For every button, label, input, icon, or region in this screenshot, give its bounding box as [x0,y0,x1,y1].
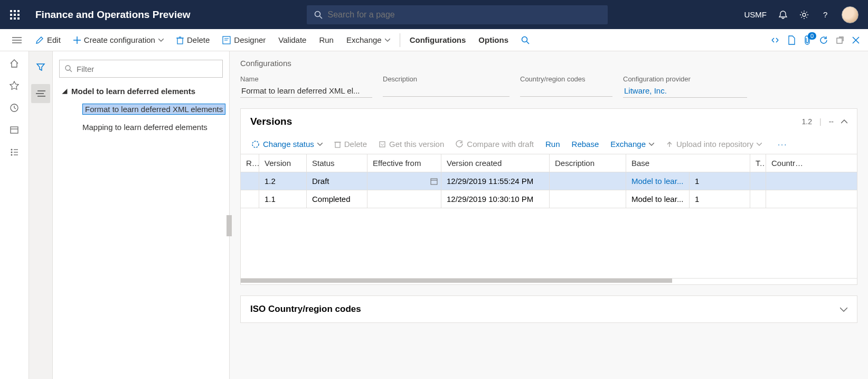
app-title: Finance and Operations Preview [35,9,191,21]
related-icon[interactable] [771,36,779,44]
versions-summary-dashes: -- [829,117,834,126]
tree-parent[interactable]: ◢ Model to learn deferred elements [59,82,229,100]
chevron-down-icon [385,39,390,42]
more-icon[interactable]: ··· [778,140,788,149]
tree-filter[interactable] [59,60,223,78]
create-configuration-button[interactable]: Create configuration [67,29,170,51]
run-label: Run [319,35,334,44]
provider-value[interactable]: Litware, Inc. [623,84,747,98]
versions-toolbar: Change status Delete Get this version Co… [241,134,857,154]
list-view-icon[interactable] [31,84,50,103]
configurations-label: Configurations [410,35,466,44]
description-value[interactable] [383,84,510,97]
avatar[interactable] [842,6,858,23]
run-button[interactable]: Run [313,29,340,51]
svg-line-25 [527,41,530,44]
configurations-tab[interactable]: Configurations [403,29,473,51]
svg-rect-1 [14,10,16,12]
svg-point-43 [252,141,259,147]
bell-icon[interactable] [778,10,788,20]
designer-button[interactable]: Designer [216,29,272,51]
designer-icon [222,36,231,44]
modules-icon[interactable] [10,147,19,157]
country-value[interactable] [520,84,612,97]
svg-rect-7 [14,17,16,20]
gear-icon[interactable] [799,10,809,20]
upload-button[interactable]: Upload into repository [666,140,762,149]
tree-child-mapping[interactable]: Mapping to learn deferred elements [59,118,229,136]
horizontal-scrollbar[interactable] [241,279,857,284]
compare-label: Compare with draft [467,140,534,149]
plus-icon [73,36,81,44]
version-exchange-button[interactable]: Exchange [610,140,654,149]
waffle-icon[interactable] [0,10,29,20]
svg-point-24 [522,36,527,42]
star-icon[interactable] [10,81,19,90]
svg-rect-0 [10,10,12,12]
table-row[interactable]: 1.2Draft12/29/2019 11:55:24 PMModel to l… [241,172,857,190]
table-row[interactable]: 1.1Completed12/29/2019 10:30:10 PMModel … [241,190,857,208]
delete-button[interactable]: Delete [170,29,216,51]
attach-icon[interactable]: 0 [804,35,811,45]
version-run-button[interactable]: Run [545,140,560,149]
col-effective[interactable]: Effective from [367,154,441,172]
col-description[interactable]: Description [550,154,626,172]
rebase-button[interactable]: Rebase [572,140,599,149]
trash-icon [176,36,184,44]
col-created[interactable]: Version created [441,154,550,172]
caret-down-icon: ◢ [62,87,67,95]
separator [400,33,400,47]
section-title: Configurations [240,59,857,68]
upload-label: Upload into repository [676,140,753,149]
global-search-input[interactable] [328,10,600,20]
company-code[interactable]: USMF [744,10,767,19]
exchange-button[interactable]: Exchange [340,29,397,51]
svg-rect-6 [10,17,12,20]
col-country[interactable]: Country/reg [766,154,811,172]
document-icon[interactable] [788,35,795,45]
calendar-icon[interactable] [430,178,438,185]
action-bar: Edit Create configuration Delete Designe… [0,29,868,51]
attach-badge: 0 [808,32,816,40]
help-icon[interactable]: ? [820,10,830,20]
download-icon [379,141,386,148]
find-button[interactable] [515,29,536,51]
main-content: Configurations Name Format to learn defe… [230,51,868,379]
edit-button[interactable]: Edit [29,29,67,51]
col-r[interactable]: R... [241,154,259,172]
resize-handle[interactable] [227,215,232,236]
tree-parent-label: Model to learn deferred elements [71,87,195,96]
global-search[interactable] [307,5,608,24]
popout-icon[interactable] [836,36,844,44]
left-rail [0,51,29,379]
col-version[interactable]: Version [259,154,307,172]
col-t[interactable]: T... [750,154,766,172]
options-tab[interactable]: Options [472,29,515,51]
recent-icon[interactable] [10,103,19,113]
filter-icon[interactable] [31,58,50,77]
tree-filter-input[interactable] [77,64,217,73]
chevron-up-icon[interactable] [841,119,847,124]
validate-button[interactable]: Validate [272,29,313,51]
chevron-down-icon[interactable] [840,307,847,312]
refresh-icon[interactable] [819,36,828,44]
close-icon[interactable] [852,36,860,44]
get-version-button[interactable]: Get this version [379,140,444,149]
workspace-icon[interactable] [10,125,19,135]
name-label: Name [240,75,372,83]
svg-point-32 [11,149,13,151]
tree-child-format[interactable]: Format to learn deferred XML elements [59,100,229,118]
nav-toggle-icon[interactable] [4,36,29,44]
svg-rect-44 [335,142,340,147]
change-status-button[interactable]: Change status [251,140,323,149]
validate-label: Validate [278,35,306,44]
svg-rect-30 [11,127,18,133]
col-base[interactable]: Base [626,154,750,172]
version-delete-button[interactable]: Delete [334,140,367,149]
name-value[interactable]: Format to learn deferred XML el... [240,84,372,98]
compare-button[interactable]: Compare with draft [456,140,534,149]
pencil-icon [35,36,44,44]
svg-point-34 [11,154,13,156]
col-status[interactable]: Status [307,154,367,172]
home-icon[interactable] [10,59,19,68]
